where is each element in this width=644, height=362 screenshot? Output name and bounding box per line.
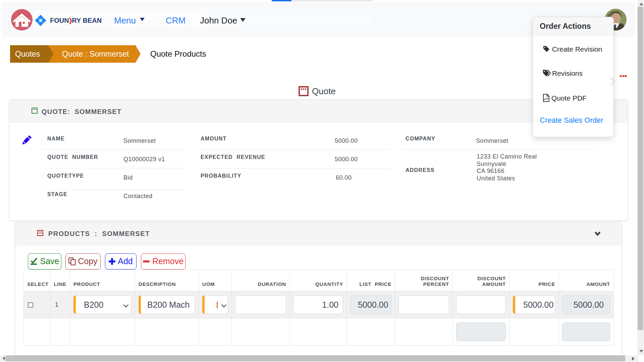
svg-text:pdf: pdf bbox=[544, 97, 548, 101]
